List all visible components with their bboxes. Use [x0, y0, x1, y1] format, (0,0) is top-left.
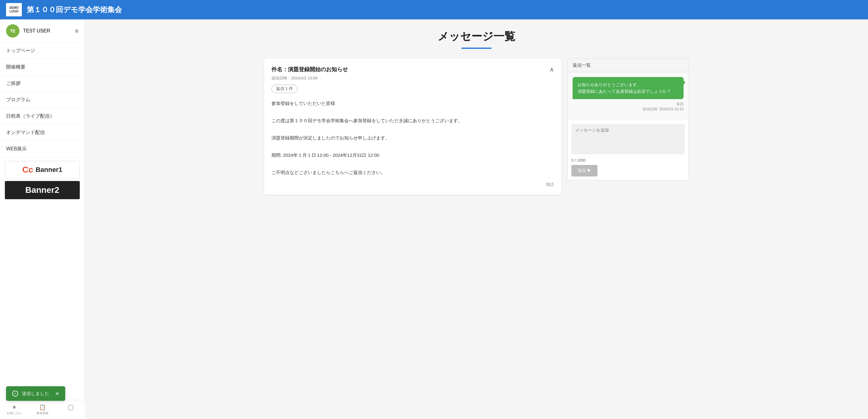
demo-logo: DEMO LOGO [6, 3, 22, 17]
sidebar-item-top[interactable]: トップページ [0, 43, 85, 59]
main-content: メッセージ一覧 ∧ 件名：演題登録開始のお知らせ 送信日時：2024/2/2 1… [85, 20, 868, 419]
banner2[interactable]: Banner2 [5, 181, 80, 199]
avatar: TE [6, 24, 20, 38]
reply-badge: 返信１件 [272, 85, 298, 93]
cc-icon: Cc [23, 165, 33, 174]
send-button[interactable]: 送信 ▶ [571, 165, 597, 176]
message-date: 送信日時：2024/2/2 10:09 [272, 75, 554, 81]
reply-panel-header: 返信一覧 [567, 59, 689, 72]
sidebar: TE TEST USER ≡ トップページ 開催概要 ご挨拶 プログラム 日程表… [0, 20, 85, 419]
compose-textarea[interactable] [571, 124, 685, 154]
banner1-text: Banner1 [35, 166, 62, 174]
sidebar-item-program[interactable]: プログラム [0, 92, 85, 108]
reply-meta: 未読 送信日時: 2024/2/2 10:13 [572, 102, 684, 112]
check-icon: ✓ [12, 390, 18, 396]
message-body: 参加登録をしていただいた皆様 この度は第１００回デモ学会学術集会へ参加登録をして… [272, 99, 554, 177]
bottom-tab-1[interactable]: 📋 参加登録 [28, 402, 56, 417]
sidebar-item-ondemand[interactable]: オンデマンド配信 [0, 125, 85, 141]
app-header: DEMO LOGO 第１００回デモ学会学術集会 [0, 0, 868, 20]
message-status: 既読 [272, 182, 554, 187]
banner2-text: Banner2 [25, 185, 59, 195]
bottom-tab-2[interactable]: ◯ [57, 402, 85, 417]
bottom-tabs: ★ お気に入り 📋 参加登録 ◯ [0, 400, 85, 419]
main-layout: TE TEST USER ≡ トップページ 開催概要 ご挨拶 プログラム 日程表… [0, 20, 868, 419]
compose-counter: 0 / 1000 [571, 158, 685, 162]
user-name: TEST USER [23, 28, 71, 34]
sidebar-item-overview[interactable]: 開催概要 [0, 59, 85, 75]
page-title-wrapper: メッセージ一覧 [92, 29, 861, 49]
title-underline [461, 47, 492, 49]
toast-close-button[interactable]: ✕ [55, 391, 59, 396]
sidebar-item-greeting[interactable]: ご挨拶 [0, 75, 85, 92]
bottom-tab-label-0: お気に入り [7, 411, 22, 415]
toast-message: 送信しました [22, 391, 49, 396]
message-subject: 件名：演題登録開始のお知らせ [272, 66, 554, 73]
header-title: 第１００回デモ学会学術集会 [27, 5, 122, 14]
messages-container: ∧ 件名：演題登録開始のお知らせ 送信日時：2024/2/2 10:09 返信１… [264, 59, 689, 195]
message-card: ∧ 件名：演題登録開始のお知らせ 送信日時：2024/2/2 10:09 返信１… [264, 59, 561, 195]
bottom-tab-0[interactable]: ★ お気に入り [0, 402, 28, 417]
hamburger-icon[interactable]: ≡ [75, 28, 79, 35]
sidebar-item-web[interactable]: WEB展示 [0, 141, 85, 157]
compose-area: 0 / 1000 送信 ▶ [567, 120, 689, 181]
sidebar-item-schedule[interactable]: 日程表（ライブ配信） [0, 108, 85, 125]
reply-panel: 返信一覧 お知らせありがとうございます。 演題登録にあたって会員登録は必須でしょ… [567, 59, 689, 195]
toast-notification: ✓ 送信しました ✕ [6, 386, 65, 401]
collapse-button[interactable]: ∧ [550, 66, 554, 73]
bottom-tab-icon-1: 📋 [39, 404, 46, 411]
bottom-tab-icon-0: ★ [12, 404, 17, 411]
reply-list: お知らせありがとうございます。 演題登録にあたって会員登録は必須でしょうか？ 未… [567, 72, 689, 120]
banner1-logo: Cc [23, 165, 33, 174]
banner1[interactable]: Cc Banner1 [5, 161, 80, 179]
bottom-tab-icon-2: ◯ [68, 404, 74, 411]
page-title: メッセージ一覧 [92, 29, 861, 44]
bottom-tab-label-1: 参加登録 [36, 411, 49, 415]
user-bar: TE TEST USER ≡ [0, 20, 85, 43]
reply-bubble: お知らせありがとうございます。 演題登録にあたって会員登録は必須でしょうか？ [572, 77, 684, 99]
